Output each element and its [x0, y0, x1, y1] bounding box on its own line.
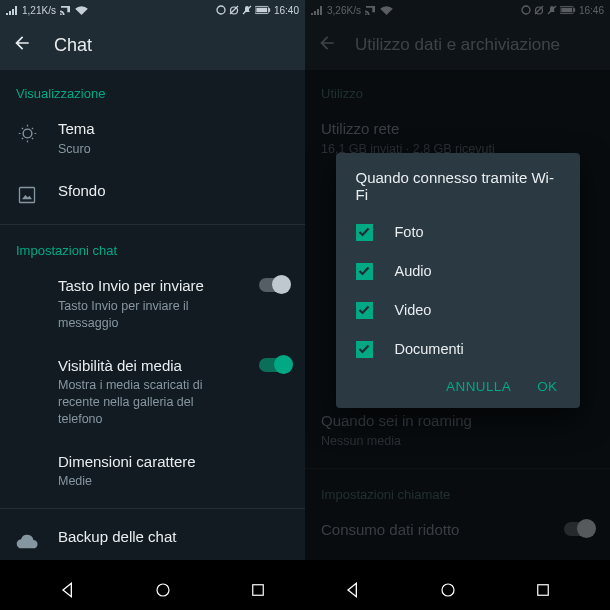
- status-bar: 1,21K/s 16:40: [0, 0, 305, 20]
- check-label: Foto: [395, 224, 424, 240]
- wallpaper-icon: [16, 184, 38, 206]
- wifi-download-dialog: Quando connesso tramite Wi-Fi Foto Audio…: [336, 153, 580, 408]
- check-label: Video: [395, 302, 432, 318]
- check-row-audio[interactable]: Audio: [336, 252, 580, 291]
- screen-chat: 1,21K/s 16:40 Chat Visualizzazione: [0, 0, 305, 560]
- enter-sub: Tasto Invio per inviare il messaggio: [58, 298, 239, 332]
- checkbox-checked[interactable]: [356, 263, 373, 280]
- check-label: Documenti: [395, 341, 464, 357]
- wallpaper-title: Sfondo: [58, 181, 289, 201]
- checkbox-checked[interactable]: [356, 302, 373, 319]
- row-backup[interactable]: Backup delle chat: [0, 515, 305, 560]
- enter-title: Tasto Invio per inviare: [58, 276, 239, 296]
- section-visual: Visualizzazione: [0, 74, 305, 107]
- row-enter-send[interactable]: Tasto Invio per inviare Tasto Invio per …: [0, 264, 305, 343]
- system-nav-bar: [0, 570, 610, 610]
- theme-icon: [16, 122, 38, 144]
- svg-point-18: [442, 584, 454, 596]
- theme-title: Tema: [58, 119, 289, 139]
- wifi-icon: [75, 6, 88, 15]
- svg-rect-8: [20, 188, 35, 203]
- backup-title: Backup delle chat: [58, 527, 289, 547]
- net-speed: 1,21K/s: [22, 5, 56, 16]
- theme-sub: Scuro: [58, 141, 289, 158]
- ok-button[interactable]: OK: [537, 379, 557, 394]
- fontsize-title: Dimensioni carattere: [58, 452, 289, 472]
- svg-rect-6: [256, 8, 267, 12]
- section-chat: Impostazioni chat: [0, 231, 305, 264]
- signal-icon: [6, 5, 18, 15]
- divider: [0, 224, 305, 225]
- mediavis-title: Visibilità dei media: [58, 356, 239, 376]
- nav-recents-icon[interactable]: [534, 581, 552, 599]
- clock: 16:40: [274, 5, 299, 16]
- svg-rect-19: [538, 585, 549, 596]
- checkbox-checked[interactable]: [356, 224, 373, 241]
- svg-rect-5: [268, 8, 270, 12]
- dialog-scrim[interactable]: Quando connesso tramite Wi-Fi Foto Audio…: [305, 0, 610, 560]
- nav-recents-icon[interactable]: [249, 581, 267, 599]
- svg-point-16: [157, 584, 169, 596]
- svg-point-0: [217, 6, 225, 14]
- alarm-off-icon: [229, 5, 239, 15]
- row-wallpaper[interactable]: Sfondo: [0, 169, 305, 218]
- check-row-video[interactable]: Video: [336, 291, 580, 330]
- check-row-documenti[interactable]: Documenti: [336, 330, 580, 369]
- check-label: Audio: [395, 263, 432, 279]
- checkbox-checked[interactable]: [356, 341, 373, 358]
- app-bar: Chat: [0, 20, 305, 70]
- dialog-title: Quando connesso tramite Wi-Fi: [336, 169, 580, 213]
- nav-back-icon[interactable]: [58, 580, 78, 600]
- enter-toggle[interactable]: [259, 278, 289, 292]
- row-font-size[interactable]: Dimensioni carattere Medie: [0, 440, 305, 502]
- nav-back-icon[interactable]: [343, 580, 363, 600]
- mediavis-toggle[interactable]: [259, 358, 289, 372]
- row-media-visibility[interactable]: Visibilità dei media Mostra i media scar…: [0, 344, 305, 440]
- icon: [216, 5, 226, 15]
- screen-data-usage: 3,26K/s 16:46 Utilizzo dati e archiviazi…: [305, 0, 610, 560]
- mediavis-sub: Mostra i media scaricati di recente nell…: [58, 377, 239, 428]
- cloud-icon: [16, 530, 38, 552]
- divider: [0, 508, 305, 509]
- row-theme[interactable]: Tema Scuro: [0, 107, 305, 169]
- back-icon[interactable]: [12, 33, 32, 57]
- page-title: Chat: [54, 35, 92, 56]
- check-row-foto[interactable]: Foto: [336, 213, 580, 252]
- svg-rect-17: [253, 585, 264, 596]
- battery-icon: [255, 5, 271, 15]
- cast-icon: [60, 6, 71, 15]
- nav-home-icon[interactable]: [439, 581, 457, 599]
- fontsize-sub: Medie: [58, 473, 289, 490]
- mute-icon: [242, 5, 252, 15]
- cancel-button[interactable]: ANNULLA: [446, 379, 511, 394]
- nav-home-icon[interactable]: [154, 581, 172, 599]
- svg-point-7: [23, 129, 32, 138]
